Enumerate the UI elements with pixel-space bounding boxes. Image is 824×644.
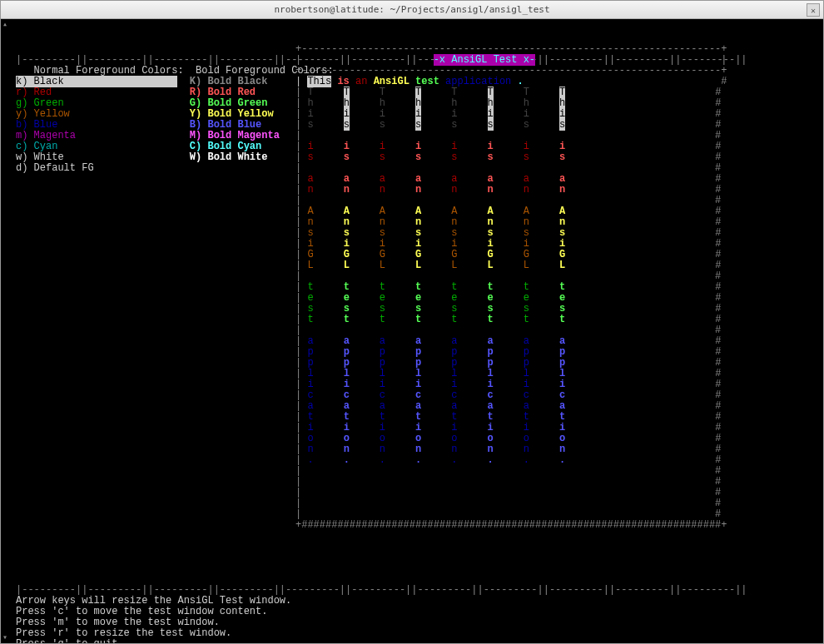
terminal-window: nrobertson@latitude: ~/Projects/ansigl/a… [0,0,824,644]
terminal-body[interactable]: ▴ ▾ |---------||---------||---------||--… [1,19,823,643]
window-title: nrobertson@latitude: ~/Projects/ansigl/a… [274,4,549,15]
titlebar: nrobertson@latitude: ~/Projects/ansigl/a… [1,1,823,19]
scroll-up-icon[interactable]: ▴ [1,19,9,30]
terminal-content: |---------||---------||---------||------… [16,55,818,643]
scrollbar[interactable]: ▴ ▾ [1,19,9,643]
close-icon[interactable]: ✕ [807,3,820,17]
scroll-down-icon[interactable]: ▾ [1,632,9,643]
